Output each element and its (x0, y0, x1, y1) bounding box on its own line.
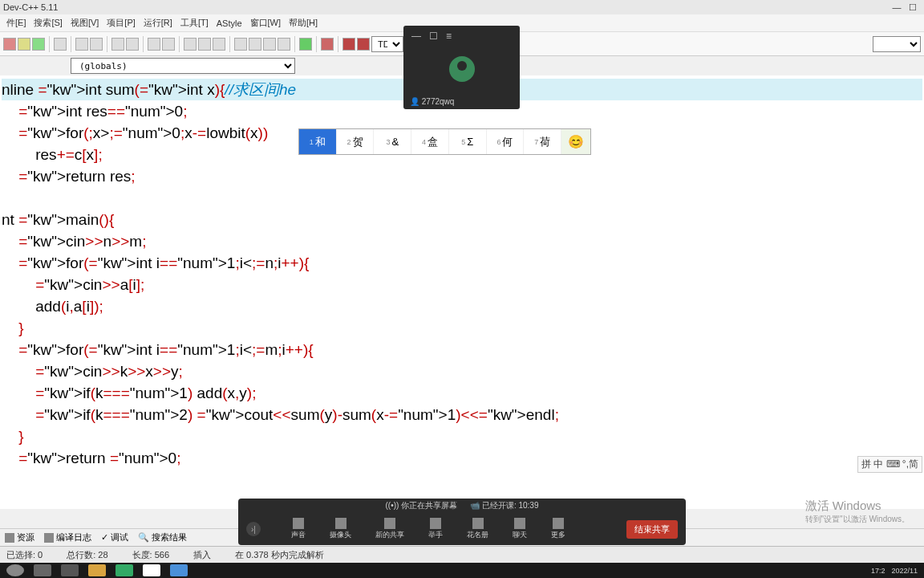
code-line[interactable]: } (2, 425, 922, 447)
video-min-icon[interactable]: — (411, 31, 421, 42)
status-selection: 已选择: 0 (6, 549, 43, 561)
menu-window[interactable]: 窗口[W] (246, 17, 286, 29)
menu-search[interactable]: 搜索[S] (30, 17, 66, 29)
code-line[interactable]: } (2, 317, 922, 339)
open-icon[interactable] (18, 38, 30, 51)
toggle1-icon[interactable] (148, 38, 160, 51)
replace-icon[interactable] (126, 38, 139, 51)
undo-icon[interactable] (75, 38, 88, 51)
meeting-raisehand[interactable]: 举手 (428, 518, 443, 540)
meeting-more[interactable]: 更多 (551, 518, 565, 540)
grid3-icon[interactable] (263, 38, 276, 51)
meeting-roster[interactable]: 花名册 (467, 518, 488, 540)
meeting-expand-icon[interactable]: ›| (246, 522, 261, 536)
taskbar-app1[interactable] (61, 564, 79, 576)
meeting-timer: 📹 已经开课: 10:39 (470, 500, 538, 511)
code-line[interactable]: ="kw">return ="num">0; (2, 447, 922, 469)
tab-resource[interactable]: 资源 (5, 531, 34, 543)
taskbar-app2[interactable] (116, 564, 133, 576)
clock-date[interactable]: 2022/11 (891, 567, 918, 575)
meeting-chat[interactable]: 聊天 (513, 518, 527, 540)
status-bar: 已选择: 0 总行数: 28 长度: 566 插入 在 0.378 秒内完成解析 (0, 546, 924, 563)
menu-astyle[interactable]: AStyle (213, 18, 246, 28)
grid1-icon[interactable] (234, 38, 247, 51)
compiler-combo2[interactable] (873, 36, 921, 52)
menu-view[interactable]: 视图[V] (67, 17, 103, 29)
taskbar[interactable]: 17:2 2022/11 (0, 563, 924, 578)
meeting-newshare[interactable]: 新的共享 (375, 518, 404, 540)
code-line[interactable]: ="kw">if(k==="num">2) ="kw">cout<<sum(y)… (2, 404, 922, 425)
video-overlay[interactable]: — ☐ ≡ 👤 2772qwq (403, 26, 520, 109)
status-lines: 总行数: 28 (67, 549, 107, 561)
meeting-end-share-button[interactable]: 结束共享 (626, 520, 678, 539)
minimize-button[interactable]: — (889, 2, 905, 12)
ime-candidate[interactable]: 2贺 (337, 129, 375, 154)
menu-run[interactable]: 运行[R] (140, 17, 176, 29)
print-icon[interactable] (54, 38, 67, 51)
code-line[interactable]: ="kw">return res; (2, 165, 922, 187)
video-menu-icon[interactable]: ≡ (446, 31, 452, 42)
back-icon[interactable] (184, 38, 197, 51)
taskbar-chrome[interactable] (143, 564, 160, 576)
status-insert: 插入 (193, 549, 211, 561)
code-line[interactable]: ="kw">cin>>k>>x>>y; (2, 360, 922, 382)
bookmark-icon[interactable] (213, 38, 225, 51)
debug2-icon[interactable] (357, 38, 370, 51)
ime-candidate-bar[interactable]: 1和2贺3&4盒5Σ6何7荷😊 (298, 128, 591, 155)
ime-candidate[interactable]: 1和 (299, 129, 337, 154)
meeting-toolbar[interactable]: ((•)) 你正在共享屏幕 📹 已经开课: 10:39 ›| 声音 摄像头 新的… (238, 499, 686, 545)
code-line[interactable]: add(i,a[i]); (2, 295, 922, 317)
meeting-camera[interactable]: 摄像头 (330, 518, 351, 540)
avatar (449, 56, 475, 82)
ime-indicator[interactable]: 拼 中 ⌨ °,简 (857, 456, 922, 473)
code-line[interactable]: ="kw">for(="kw">int i=="num">1;i<;=m;i++… (2, 339, 922, 360)
grid4-icon[interactable] (278, 38, 290, 51)
ime-emoji-button[interactable]: 😊 (561, 129, 590, 154)
globals-dropdown[interactable]: (globals) (71, 58, 295, 74)
code-line[interactable]: ="kw">for(="kw">int i=="num">1;i<;=n;i++… (2, 252, 922, 274)
ime-candidate[interactable]: 5Σ (449, 129, 487, 154)
compiler-combo1[interactable]: TD (371, 36, 403, 52)
code-line[interactable]: ="kw">if(k==="num">1) add(x,y); (2, 382, 922, 404)
save-icon[interactable] (32, 38, 45, 51)
tab-search-results[interactable]: 🔍 搜索结果 (138, 531, 187, 543)
ime-candidate[interactable]: 7荷 (524, 129, 561, 154)
compile-icon[interactable] (299, 38, 312, 51)
menu-file[interactable]: 件[E] (2, 17, 30, 29)
status-length: 长度: 566 (132, 549, 169, 561)
tab-compile-log[interactable]: 编译日志 (44, 531, 91, 543)
ime-candidate[interactable]: 3& (374, 129, 411, 154)
taskbar-search-icon[interactable] (6, 564, 24, 576)
code-line[interactable]: ="kw">cin>>n>>m; (2, 230, 922, 252)
share-status: ((•)) 你正在共享屏幕 (386, 500, 458, 511)
ime-candidate[interactable]: 4盒 (411, 129, 449, 154)
meeting-audio[interactable]: 声音 (291, 518, 306, 540)
code-line[interactable]: ="kw">cin>>a[i]; (2, 274, 922, 295)
video-max-icon[interactable]: ☐ (429, 31, 438, 42)
debug1-icon[interactable] (342, 38, 355, 51)
grid2-icon[interactable] (249, 38, 261, 51)
new-icon[interactable] (3, 38, 16, 51)
redo-icon[interactable] (90, 38, 103, 51)
fwd-icon[interactable] (198, 38, 211, 51)
stop-icon[interactable] (321, 38, 334, 51)
code-line[interactable]: nt ="kw">main(){ (2, 209, 922, 230)
toggle2-icon[interactable] (162, 38, 175, 51)
clock-time[interactable]: 17:2 (871, 567, 886, 575)
maximize-button[interactable]: ☐ (905, 2, 921, 13)
video-username: 👤 2772qwq (410, 97, 454, 106)
menu-project[interactable]: 项目[P] (103, 17, 139, 29)
status-parse-time: 在 0.378 秒内完成解析 (235, 549, 324, 561)
ime-candidate[interactable]: 6何 (487, 129, 525, 154)
menu-help[interactable]: 帮助[H] (285, 17, 322, 29)
menu-tools[interactable]: 工具[T] (176, 17, 213, 29)
taskbar-explorer[interactable] (88, 564, 106, 576)
tab-debug[interactable]: ✓ 调试 (101, 531, 128, 543)
app-title: Dev-C++ 5.11 (3, 2, 58, 12)
code-line[interactable] (2, 187, 922, 209)
taskbar-devcpp[interactable] (170, 564, 188, 576)
find-icon[interactable] (111, 38, 124, 51)
title-bar: Dev-C++ 5.11 — ☐ (0, 0, 924, 14)
taskbar-taskview-icon[interactable] (34, 564, 51, 576)
